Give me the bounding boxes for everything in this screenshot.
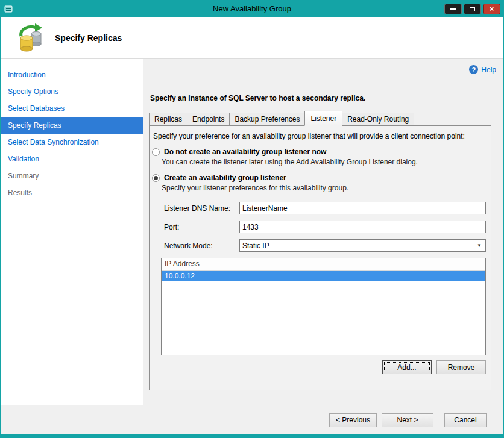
tab-read-only-routing[interactable]: Read-Only Routing xyxy=(342,113,414,125)
sidebar-item-summary: Summary xyxy=(1,167,143,184)
help-icon: ? xyxy=(469,65,478,74)
maximize-button[interactable] xyxy=(464,4,481,14)
replica-tabs: Replicas Endpoints Backup Preferences Li… xyxy=(149,111,491,125)
listener-dns-label: Listener DNS Name: xyxy=(164,204,239,213)
previous-button[interactable]: < Previous xyxy=(329,413,377,427)
ip-address-list-empty-area[interactable] xyxy=(162,281,485,355)
sidebar-item-introduction[interactable]: Introduction xyxy=(1,66,143,83)
listener-dns-input[interactable] xyxy=(239,202,486,214)
listener-intro-text: Specify your preference for an availabil… xyxy=(153,132,486,140)
radio-no-listener-label: Do not create an availability group list… xyxy=(164,148,326,156)
listener-dns-row: Listener DNS Name: xyxy=(164,202,486,214)
window-controls: × xyxy=(444,4,500,14)
sidebar-item-select-data-synchronization[interactable]: Select Data Synchronization xyxy=(1,134,143,151)
app-icon xyxy=(4,4,13,14)
port-row: Port: xyxy=(164,221,486,233)
instruction-text: Specify an instance of SQL Server to hos… xyxy=(150,94,491,102)
minimize-button[interactable] xyxy=(444,4,462,14)
new-availability-group-window: New Availability Group × Specify Replica… xyxy=(0,0,504,438)
radio-create-listener-label: Create an availability group listener xyxy=(164,174,286,182)
network-mode-select[interactable]: Static IP ▼ xyxy=(239,239,486,252)
network-mode-label: Network Mode: xyxy=(164,242,239,250)
tab-endpoints[interactable]: Endpoints xyxy=(187,113,230,125)
tab-listener[interactable]: Listener xyxy=(304,111,342,126)
titlebar: New Availability Group × xyxy=(1,1,503,17)
help-label: Help xyxy=(481,66,496,74)
wizard-body: Introduction Specify Options Select Data… xyxy=(1,59,503,405)
window-title: New Availability Group xyxy=(1,4,503,13)
radio-no-listener-icon[interactable] xyxy=(152,148,160,156)
sidebar-item-specify-replicas[interactable]: Specify Replicas xyxy=(1,117,143,134)
tab-replicas[interactable]: Replicas xyxy=(149,113,187,125)
main-pane: ? Help Specify an instance of SQL Server… xyxy=(143,59,503,405)
maximize-icon xyxy=(470,7,475,11)
radio-create-listener-description: Specify your listener preferences for th… xyxy=(162,184,486,192)
listener-tab-page: Specify your preference for an availabil… xyxy=(149,125,491,390)
port-input[interactable] xyxy=(239,221,486,233)
network-mode-value: Static IP xyxy=(242,242,269,250)
add-button[interactable]: Add... xyxy=(382,360,432,374)
minimize-icon xyxy=(450,8,456,10)
tab-backup-preferences[interactable]: Backup Preferences xyxy=(229,113,305,125)
wizard-header: Specify Replicas xyxy=(1,17,503,59)
wizard-steps-sidebar: Introduction Specify Options Select Data… xyxy=(1,59,143,405)
remove-button[interactable]: Remove xyxy=(436,360,486,374)
availability-group-icon xyxy=(16,23,44,52)
ip-address-row[interactable]: 10.0.0.12 xyxy=(162,271,485,281)
page-title: Specify Replicas xyxy=(55,33,122,43)
sidebar-item-results: Results xyxy=(1,184,143,201)
network-mode-row: Network Mode: Static IP ▼ xyxy=(164,239,486,252)
wizard-footer: < Previous Next > Cancel xyxy=(1,405,503,434)
radio-create-listener-icon[interactable] xyxy=(152,174,160,182)
sidebar-item-specify-options[interactable]: Specify Options xyxy=(1,83,143,100)
chevron-down-icon: ▼ xyxy=(477,243,482,248)
ip-address-column-header[interactable]: IP Address xyxy=(162,258,485,271)
radio-no-listener-description: You can create the listener later using … xyxy=(162,158,486,166)
help-link[interactable]: ? Help xyxy=(469,65,496,74)
cancel-button[interactable]: Cancel xyxy=(444,413,487,427)
next-button[interactable]: Next > xyxy=(382,413,433,427)
port-label: Port: xyxy=(164,223,239,231)
sidebar-item-validation[interactable]: Validation xyxy=(1,151,143,167)
ip-list-buttons: Add... Remove xyxy=(152,360,486,374)
close-button[interactable]: × xyxy=(483,4,500,14)
radio-create-listener[interactable]: Create an availability group listener xyxy=(152,174,486,182)
radio-no-listener[interactable]: Do not create an availability group list… xyxy=(152,148,486,156)
ip-address-list[interactable]: IP Address 10.0.0.12 xyxy=(161,258,486,355)
sidebar-item-select-databases[interactable]: Select Databases xyxy=(1,100,143,117)
